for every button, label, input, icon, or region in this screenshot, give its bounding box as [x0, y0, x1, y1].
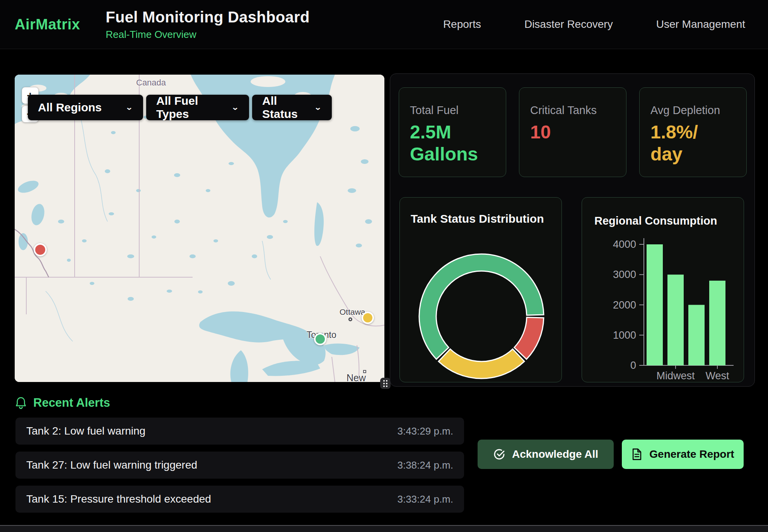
alert-list-item[interactable]: Tank 27: Low fuel warning triggered 3:38… — [15, 452, 464, 479]
overview-panel: Total Fuel 2.5M Gallons Critical Tanks 1… — [390, 73, 755, 387]
svg-text:0: 0 — [630, 360, 636, 371]
alert-timestamp: 3:38:24 p.m. — [397, 459, 453, 471]
tank-marker-normal[interactable] — [314, 333, 326, 345]
total-fuel-value: 2.5M Gallons — [410, 121, 489, 165]
svg-text:West: West — [705, 370, 729, 382]
region-filter-value: All Regions — [38, 101, 102, 114]
svg-text:Midwest: Midwest — [656, 370, 695, 382]
report-document-icon — [631, 448, 643, 460]
alert-list-item[interactable]: Tank 2: Low fuel warning 3:43:29 p.m. — [15, 418, 464, 445]
alert-list-item[interactable]: Tank 15: Pressure threshold exceeded 3:3… — [15, 486, 464, 513]
svg-text:4000: 4000 — [613, 239, 636, 250]
fuel-type-filter-value: All Fuel Types — [156, 94, 221, 121]
nav-disaster-recovery[interactable]: Disaster Recovery — [524, 18, 613, 31]
map-filters: All Regions ⌄ All Fuel Types ⌄ All Statu… — [28, 95, 332, 120]
svg-text:1000: 1000 — [613, 329, 636, 341]
tank-marker-warning[interactable] — [362, 312, 374, 324]
alert-timestamp: 3:43:29 p.m. — [397, 425, 453, 437]
nav-user-management[interactable]: User Management — [656, 18, 745, 31]
app-header: AirMatrix Fuel Monitoring Dashboard Real… — [0, 0, 768, 49]
map-label-canada: Canada — [136, 78, 166, 88]
status-filter-dropdown[interactable]: All Status ⌄ — [252, 95, 332, 120]
avg-depletion-value: 1.8%/​day — [650, 121, 730, 165]
page-title: Fuel Monitoring Dashboard — [106, 9, 309, 26]
tank-marker-critical[interactable] — [34, 243, 47, 256]
stats-row: Total Fuel 2.5M Gallons Critical Tanks 1… — [399, 87, 747, 177]
fuel-type-filter-dropdown[interactable]: All Fuel Types ⌄ — [146, 95, 249, 120]
stat-label: Total Fuel — [410, 104, 495, 117]
main-nav: Reports Disaster Recovery User Managemen… — [443, 18, 745, 31]
critical-tanks-value: 10 — [530, 121, 609, 143]
check-circle-icon — [493, 448, 505, 460]
acknowledge-all-button[interactable]: Acknowledge All — [478, 440, 614, 469]
chevron-down-icon: ⌄ — [221, 103, 239, 112]
regional-consumption-bar-chart: 01000200030004000MidwestWest — [582, 198, 744, 383]
map-drag-handle-icon[interactable] — [380, 378, 391, 389]
regional-consumption-chart-card: Regional Consumption 01000200030004000Mi… — [582, 197, 744, 382]
acknowledge-all-label: Acknowledge All — [512, 448, 598, 460]
alert-message: Tank 2: Low fuel warning — [26, 425, 145, 437]
map[interactable]: Canada Ottawa Toronto New York + − All R… — [15, 75, 384, 382]
nav-reports[interactable]: Reports — [443, 18, 481, 31]
title-block: Fuel Monitoring Dashboard Real-Time Over… — [106, 9, 309, 41]
tank-status-chart-card: Tank Status Distribution — [399, 197, 562, 382]
generate-report-label: Generate Report — [649, 448, 734, 460]
alert-message: Tank 15: Pressure threshold exceeded — [26, 493, 211, 505]
status-filter-value: All Status — [262, 94, 304, 121]
total-fuel-card: Total Fuel 2.5M Gallons — [399, 87, 506, 177]
stat-label: Critical Tanks — [530, 104, 615, 117]
recent-alerts-title: Recent Alerts — [33, 396, 110, 410]
page-subtitle: Real-Time Overview — [106, 29, 309, 41]
bell-icon — [15, 397, 26, 409]
region-filter-dropdown[interactable]: All Regions ⌄ — [28, 95, 143, 120]
recent-alerts-heading: Recent Alerts — [15, 396, 110, 410]
map-label-ottawa: Ottawa — [340, 307, 365, 317]
critical-tanks-card: Critical Tanks 10 — [519, 87, 626, 177]
tank-status-donut-chart — [400, 198, 562, 383]
map-label-new-york: New York — [346, 372, 384, 382]
ottawa-city-dot — [348, 317, 352, 321]
stat-label: Avg Depletion — [650, 104, 736, 117]
alert-timestamp: 3:33:24 p.m. — [397, 493, 453, 505]
alert-message: Tank 27: Low fuel warning triggered — [26, 459, 197, 471]
next-section-edge — [0, 525, 768, 532]
svg-text:3000: 3000 — [613, 269, 636, 280]
brand-logo[interactable]: AirMatrix — [15, 16, 80, 33]
avg-depletion-card: Avg Depletion 1.8%/​day — [639, 87, 747, 177]
chevron-down-icon: ⌄ — [304, 103, 322, 112]
svg-text:2000: 2000 — [613, 299, 636, 311]
generate-report-button[interactable]: Generate Report — [622, 440, 744, 469]
chevron-down-icon: ⌄ — [115, 103, 133, 112]
